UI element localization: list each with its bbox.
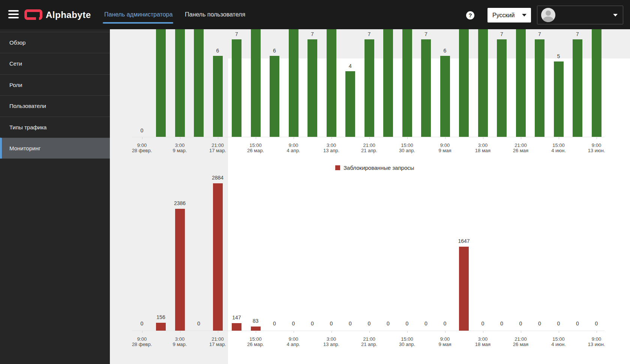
- x-axis-tick: [369, 331, 370, 333]
- red-bar[interactable]: [156, 323, 166, 331]
- x-tick-time-label: 9:00: [289, 336, 298, 342]
- green-bar[interactable]: [251, 29, 261, 137]
- x-axis-tick: [445, 331, 446, 333]
- bar-value-label: 83: [253, 318, 259, 324]
- green-bar[interactable]: [156, 29, 166, 137]
- green-bar[interactable]: [383, 29, 393, 137]
- x-axis-tick: [218, 137, 218, 139]
- green-bar[interactable]: [213, 56, 223, 137]
- x-tick-time-label: 3:00: [175, 142, 184, 148]
- green-bar[interactable]: [440, 56, 450, 137]
- legend-blocked-requests[interactable]: Заблокированные запросы: [335, 165, 414, 171]
- green-bar[interactable]: [308, 39, 317, 137]
- red-bar[interactable]: [175, 209, 185, 331]
- admin-dashboard: Alphabyte Панель администратора Панель п…: [0, 0, 630, 364]
- x-tick-date-label: 9 мая: [438, 342, 451, 347]
- red-bar[interactable]: [232, 323, 242, 331]
- green-bar[interactable]: [289, 29, 298, 137]
- x-tick-date-label: 30 апр.: [399, 342, 415, 347]
- x-tick-time-label: 9:00: [137, 142, 147, 148]
- bar-value-label: 0: [197, 321, 200, 327]
- green-bar[interactable]: [345, 71, 355, 137]
- x-tick-date-label: 30 апр.: [399, 148, 415, 153]
- sidebar-item-2[interactable]: Сети: [0, 53, 110, 74]
- x-tick-time-label: 21:00: [514, 336, 527, 342]
- x-tick-date-label: 13 апр.: [323, 342, 339, 347]
- x-tick-date-label: 9 мая: [438, 148, 451, 153]
- x-tick-time-label: 15:00: [249, 336, 262, 342]
- bar-value-label: 0: [387, 321, 390, 327]
- x-axis-tick: [369, 137, 370, 139]
- red-bar[interactable]: [213, 183, 223, 331]
- help-icon[interactable]: ?: [466, 11, 474, 19]
- bar-value-label: 0: [519, 321, 522, 327]
- x-tick-time-label: 9:00: [137, 336, 147, 342]
- green-bar[interactable]: [497, 39, 507, 137]
- green-bar[interactable]: [402, 29, 412, 137]
- bar-value-label: 156: [156, 314, 165, 320]
- x-axis-line: [132, 331, 604, 331]
- bar-value-label: 5: [557, 53, 560, 59]
- x-tick-date-label: 17 мар.: [209, 148, 226, 153]
- bar-value-label: 0: [444, 321, 447, 327]
- x-tick-date-label: 26 мая: [513, 342, 528, 347]
- x-axis-tick: [597, 137, 597, 139]
- hamburger-menu-icon[interactable]: [8, 10, 19, 19]
- bar-value-label: 0: [595, 321, 598, 327]
- alphabyte-logo-icon: [24, 9, 42, 20]
- green-bar[interactable]: [554, 61, 564, 137]
- x-tick-time-label: 21:00: [212, 336, 224, 342]
- x-tick-date-label: 9 мар.: [173, 342, 187, 347]
- sidebar-item-6[interactable]: Мониторинг: [0, 138, 110, 159]
- green-bar[interactable]: [175, 29, 185, 137]
- green-bar[interactable]: [516, 29, 526, 137]
- green-bar[interactable]: [478, 29, 488, 137]
- green-bar[interactable]: [327, 29, 336, 137]
- green-bar[interactable]: [535, 39, 544, 137]
- x-axis-tick: [483, 331, 483, 333]
- sidebar-item-5[interactable]: Типы трафика: [0, 117, 110, 138]
- x-tick-time-label: 15:00: [552, 336, 565, 342]
- bar-value-label: 0: [141, 127, 144, 133]
- avatar: [541, 8, 555, 22]
- bar-value-label: 7: [368, 31, 371, 37]
- red-bar[interactable]: [251, 327, 261, 331]
- x-tick-time-label: 15:00: [401, 142, 413, 148]
- green-bar[interactable]: [573, 39, 582, 137]
- green-bar[interactable]: [421, 39, 431, 137]
- x-tick-date-label: 26 мар.: [247, 148, 264, 153]
- green-bar[interactable]: [270, 56, 279, 137]
- green-bar[interactable]: [232, 39, 242, 137]
- language-select[interactable]: Русский: [488, 8, 531, 22]
- green-bar[interactable]: [364, 39, 374, 137]
- x-tick-date-label: 26 мар.: [247, 342, 264, 347]
- bar-value-label: 0: [406, 321, 409, 327]
- x-tick-time-label: 9:00: [440, 142, 450, 148]
- x-tick-time-label: 3:00: [478, 336, 488, 342]
- x-tick-time-label: 15:00: [552, 142, 565, 148]
- x-tick-time-label: 9:00: [289, 142, 298, 148]
- tab-admin-panel[interactable]: Панель администратора: [104, 11, 172, 18]
- bar-value-label: 7: [500, 31, 503, 37]
- bar-value-label: 0: [141, 321, 144, 327]
- bar-value-label: 0: [368, 321, 371, 327]
- x-axis-tick: [142, 331, 142, 333]
- sidebar-item-4[interactable]: Пользователи: [0, 95, 110, 116]
- green-bar[interactable]: [194, 29, 204, 137]
- green-bar[interactable]: [459, 29, 469, 137]
- account-menu[interactable]: [537, 6, 623, 24]
- x-axis-tick: [180, 137, 180, 139]
- bar-value-label: 0: [349, 321, 352, 327]
- x-tick-time-label: 3:00: [327, 336, 336, 342]
- x-axis-tick: [559, 137, 559, 139]
- tab-user-panel[interactable]: Панель пользователя: [185, 11, 245, 18]
- red-bar[interactable]: [459, 247, 469, 331]
- sidebar-item-1[interactable]: Обзор: [0, 32, 110, 53]
- bar-value-label: 0: [500, 321, 503, 327]
- bar-value-label: 7: [235, 31, 238, 37]
- green-bar[interactable]: [592, 29, 602, 137]
- bar-value-label: 0: [311, 321, 314, 327]
- sidebar-item-3[interactable]: Роли: [0, 74, 110, 95]
- x-axis-tick: [521, 137, 521, 139]
- x-axis-tick: [483, 137, 483, 139]
